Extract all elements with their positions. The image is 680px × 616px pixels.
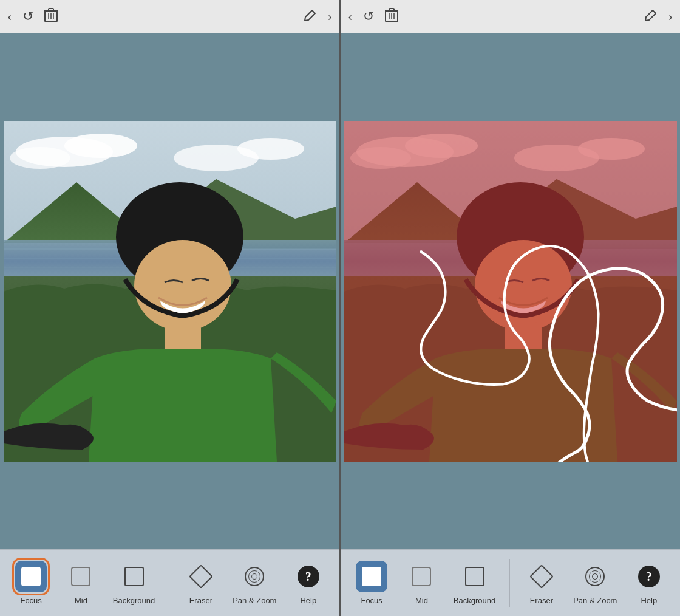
right-help-icon: ? bbox=[638, 566, 660, 587]
right-background-label: Background bbox=[454, 596, 495, 605]
left-undo-button[interactable]: ↺ bbox=[22, 10, 33, 23]
right-pan-zoom-icon bbox=[585, 567, 605, 586]
right-edit-button[interactable] bbox=[644, 9, 658, 24]
svg-point-11 bbox=[237, 138, 304, 160]
eraser-icon bbox=[189, 564, 213, 589]
left-help-label: Help bbox=[300, 596, 316, 605]
help-icon: ? bbox=[298, 566, 319, 587]
left-forward-button[interactable]: › bbox=[328, 10, 332, 23]
svg-point-8 bbox=[64, 134, 137, 158]
left-photo bbox=[4, 121, 336, 462]
left-panel: ‹ ↺ › bbox=[0, 0, 341, 616]
right-image-area bbox=[341, 33, 680, 549]
right-divider bbox=[509, 559, 510, 607]
right-mid-label: Mid bbox=[415, 596, 428, 605]
left-tool-background[interactable]: Background bbox=[113, 561, 155, 605]
left-tool-focus[interactable]: Focus bbox=[13, 561, 49, 605]
left-focus-label: Focus bbox=[20, 596, 41, 605]
right-tool-mid[interactable]: Mid bbox=[403, 561, 440, 605]
left-eraser-label: Eraser bbox=[189, 596, 212, 605]
svg-rect-2 bbox=[49, 9, 53, 11]
svg-point-9 bbox=[10, 147, 70, 169]
right-photo bbox=[344, 121, 677, 462]
left-tool-help[interactable]: ? Help bbox=[290, 561, 327, 605]
right-pan-zoom-label: Pan & Zoom bbox=[573, 596, 617, 605]
right-panel: ‹ ↺ › bbox=[341, 0, 680, 616]
left-bottom-toolbar: Focus Mid Background Eraser bbox=[0, 549, 339, 616]
right-tool-pan-zoom[interactable]: Pan & Zoom bbox=[573, 561, 617, 605]
left-mid-label: Mid bbox=[75, 596, 87, 605]
right-mid-icon bbox=[412, 567, 431, 586]
right-undo-button[interactable]: ↺ bbox=[363, 10, 374, 23]
left-toolbar: ‹ ↺ › bbox=[0, 0, 339, 33]
right-delete-button[interactable] bbox=[385, 7, 398, 26]
left-edit-button[interactable] bbox=[304, 9, 317, 24]
right-forward-button[interactable]: › bbox=[668, 10, 673, 23]
left-tool-pan-zoom[interactable]: Pan & Zoom bbox=[233, 561, 276, 605]
left-background-label: Background bbox=[113, 596, 155, 605]
pan-zoom-icon bbox=[245, 567, 264, 586]
right-background-icon bbox=[465, 567, 484, 586]
left-tool-eraser[interactable]: Eraser bbox=[183, 561, 219, 605]
right-back-button[interactable]: ‹ bbox=[348, 10, 352, 23]
right-eraser-label: Eraser bbox=[530, 596, 553, 605]
right-tool-help[interactable]: ? Help bbox=[631, 561, 667, 605]
svg-rect-25 bbox=[389, 9, 394, 11]
right-tool-focus[interactable]: Focus bbox=[353, 561, 390, 605]
background-icon bbox=[124, 567, 144, 586]
left-pan-zoom-label: Pan & Zoom bbox=[233, 596, 276, 605]
left-tool-mid[interactable]: Mid bbox=[63, 561, 99, 605]
right-help-label: Help bbox=[641, 596, 657, 605]
left-delete-button[interactable] bbox=[44, 7, 58, 26]
mid-icon bbox=[71, 567, 90, 586]
right-tool-background[interactable]: Background bbox=[454, 561, 495, 605]
right-focus-icon bbox=[362, 567, 381, 586]
left-back-button[interactable]: ‹ bbox=[7, 10, 12, 23]
right-toolbar: ‹ ↺ › bbox=[341, 0, 680, 33]
right-tool-eraser[interactable]: Eraser bbox=[523, 561, 560, 605]
left-image-area bbox=[0, 33, 339, 549]
left-divider bbox=[169, 559, 169, 607]
right-eraser-icon bbox=[529, 564, 554, 589]
right-bottom-toolbar: Focus Mid Background Eraser bbox=[341, 549, 680, 616]
right-focus-label: Focus bbox=[361, 596, 382, 605]
